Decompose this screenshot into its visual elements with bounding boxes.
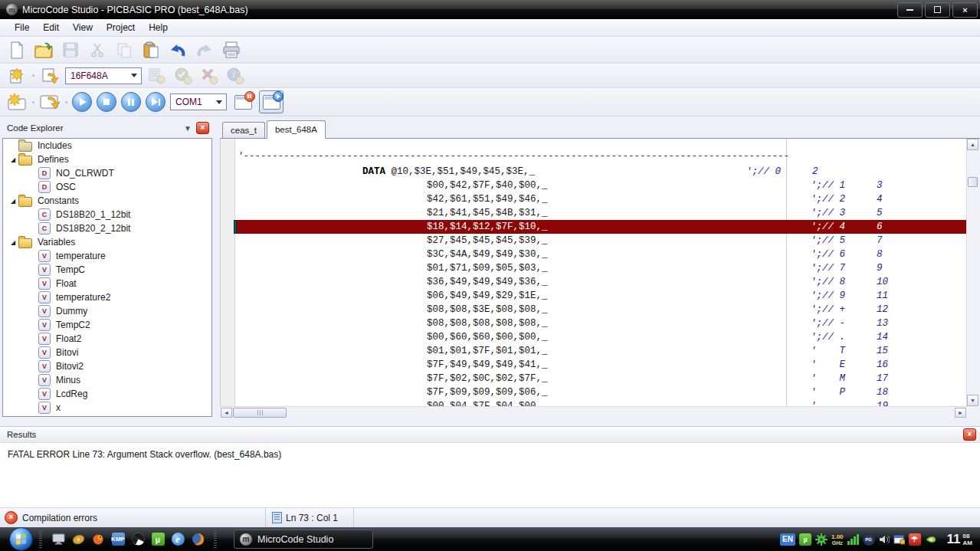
erase-button[interactable] [198,66,220,86]
verify-button[interactable] [172,66,194,86]
tray-utorrent-icon[interactable]: µ [799,533,811,546]
tray-nvidia-icon[interactable] [925,534,937,545]
tree-expander-icon[interactable]: ◢ [9,156,17,163]
scroll-right-icon[interactable]: ► [955,408,966,418]
tree-item-tempc[interactable]: VTempC [3,263,211,277]
taskband-grip[interactable] [214,531,217,548]
menu-view[interactable]: View [66,21,100,34]
step-button[interactable] [146,92,166,112]
error-message[interactable]: FATAL ERROR Line 73: Argument Stack over… [0,443,980,460]
editor-horizontal-scrollbar[interactable]: ◄ ► [220,406,967,418]
tree-expander-icon[interactable]: ◢ [9,198,17,205]
scroll-down-icon[interactable]: ▼ [967,395,978,406]
tray-cpu-speed[interactable]: 1.00 GHz [831,533,844,546]
new-file-button[interactable] [6,40,28,60]
run-button[interactable] [72,92,92,112]
code-line[interactable]: $08,$08,$08,$08,$08,_';// -13 [234,316,967,330]
tree-item-minus[interactable]: VMinus [3,373,211,387]
cut-button[interactable] [87,40,108,60]
pause-button[interactable] [121,92,141,112]
editor-code-area[interactable]: '---------------------------------------… [234,139,967,406]
code-line[interactable]: DATA @10,$3E,$51,$49,$45,$3E,_';// 02 [234,165,967,179]
taskbar-app-button[interactable]: m MicroCode Studio [234,530,373,549]
explorer-menu-chevron-icon[interactable]: ▼ [184,124,192,133]
compile-program-button[interactable] [39,66,61,86]
tray-pg-icon[interactable]: PG [863,533,875,546]
minimize-button[interactable] [897,2,923,18]
scrollbar-thumb[interactable] [968,177,978,187]
scroll-up-icon[interactable]: ▲ [967,139,978,150]
editor-vertical-scrollbar[interactable]: ▲ ▼ [966,139,980,418]
redo-button[interactable] [194,40,215,60]
menu-edit[interactable]: Edit [36,21,66,34]
language-indicator[interactable]: EN [780,533,795,546]
quicklaunch-grip[interactable] [39,531,42,548]
scrollbar-thumb[interactable] [233,408,287,418]
compile-button[interactable] [6,66,28,86]
tray-gear-icon[interactable] [815,533,828,546]
tree-item-includes[interactable]: Includes [3,139,211,153]
tray-equalizer-icon[interactable] [847,534,859,545]
start-button[interactable] [9,527,33,551]
tree-item-bitovi2[interactable]: VBitovi2 [3,359,211,373]
print-button[interactable] [221,40,242,60]
code-line[interactable]: $00,$42,$7F,$40,$00,_';// 13 [234,179,967,192]
tree-item-no_clrwdt[interactable]: DNO_CLRWDT [3,166,211,180]
quicklaunch-show-desktop-button[interactable] [51,532,66,547]
icd-program-button[interactable] [39,92,61,112]
tray-volume-icon[interactable] [879,534,890,545]
quicklaunch-ie-button[interactable]: e [170,532,185,547]
code-line[interactable]: $00,$60,$60,$00,$00,_';// .14 [234,330,967,344]
copy-button[interactable] [113,40,135,60]
quicklaunch-utorrent-button[interactable]: µ [150,532,166,547]
code-line[interactable]: $08,$08,$3E,$08,$08,_';// +12 [234,303,967,316]
device-select[interactable]: 16F648A [65,67,142,84]
code-line[interactable]: $01,$01,$7F,$01,$01,_' T15 [234,344,967,358]
tree-item-float[interactable]: VFloat [3,277,211,290]
tree-item-ds18b20_1_12bit[interactable]: CDS18B20_1_12bit [3,208,211,221]
code-line[interactable]: $7F,$09,$09,$09,$06,_' P18 [234,385,967,399]
code-line[interactable]: $36,$49,$49,$49,$36,_';// 810 [234,275,967,289]
view-assembly-button[interactable] [146,66,168,86]
code-line[interactable]: $42,$61,$51,$49,$46,_';// 24 [234,192,967,206]
tree-item-lcdreg[interactable]: VLcdReg [3,387,211,401]
undo-button[interactable] [167,40,188,60]
tree-item-defines[interactable]: ◢Defines [3,153,211,166]
code-line[interactable]: $7F,$02,$0C,$02,$7F,_' M17 [234,372,967,385]
icd-enable-button[interactable] [259,90,284,113]
tree-item-float2[interactable]: VFloat2 [3,332,211,346]
menu-help[interactable]: Help [142,21,175,34]
quicklaunch-bird-button[interactable] [90,532,106,547]
code-line[interactable]: $21,$41,$45,$4B,$31,_';// 35 [234,206,967,220]
code-line[interactable]: $06,$49,$49,$29,$1E,_';// 911 [234,289,967,303]
results-close-button[interactable]: × [963,428,976,441]
tree-item-temperature2[interactable]: Vtemperature2 [3,290,211,304]
tray-clock[interactable]: 11 08 AM [947,532,972,547]
close-button[interactable]: × [952,2,978,18]
tree-item-x[interactable]: Vx [3,401,211,415]
code-line[interactable]: $01,$71,$09,$05,$03,_';// 79 [234,261,967,275]
code-line-highlighted[interactable]: $18,$14,$12,$7F,$10,_';// 46 [234,220,967,234]
code-line[interactable]: '---------------------------------------… [234,149,967,165]
tree-item-temperature[interactable]: Vtemperature [3,249,211,263]
tree-item-osc[interactable]: DOSC [3,180,211,194]
icd-break-button[interactable] [231,91,254,113]
menu-file[interactable]: File [8,21,36,34]
com-port-select[interactable]: COM1 [170,93,227,110]
code-editor[interactable]: '---------------------------------------… [220,139,967,406]
stop-button[interactable] [97,92,116,112]
tray-avira-icon[interactable]: ☂ [909,533,921,546]
tree-item-constants[interactable]: ◢Constants [3,194,211,208]
tree-item-bitovi[interactable]: VBitovi [3,346,211,359]
menu-project[interactable]: Project [100,21,142,34]
open-file-button[interactable] [33,40,54,60]
save-button[interactable] [60,40,81,60]
tree-item-tempc2[interactable]: VTempC2 [3,318,211,332]
tree-item-ds18b20_2_12bit[interactable]: CDS18B20_2_12bit [3,221,211,235]
tree-item-dummy[interactable]: VDummy [3,304,211,318]
scroll-left-icon[interactable]: ◄ [221,408,232,418]
tree-expander-icon[interactable]: ◢ [9,239,17,246]
icd-compile-button[interactable] [6,92,28,112]
quicklaunch-media-button[interactable] [70,532,86,547]
tree-item-variables[interactable]: ◢Variables [3,235,211,249]
